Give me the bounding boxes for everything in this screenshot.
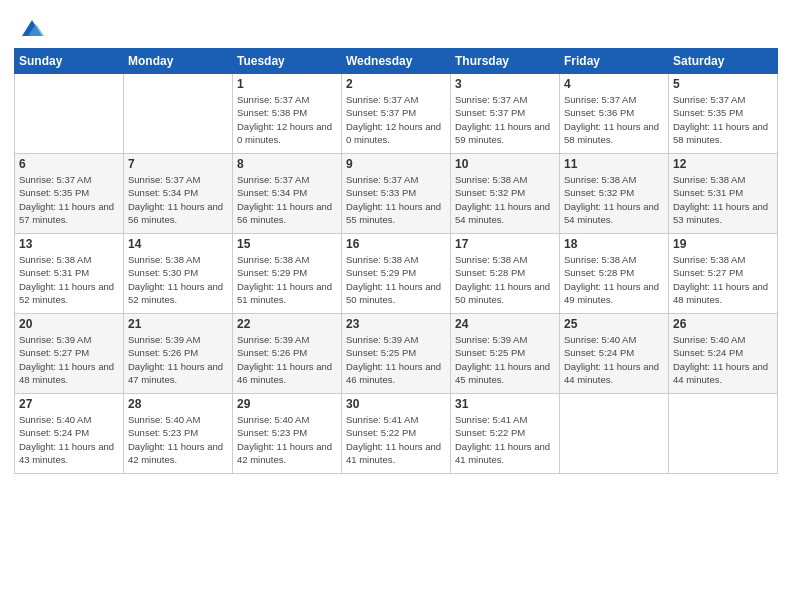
day-number: 7 [128,157,228,171]
day-detail: Sunrise: 5:41 AMSunset: 5:22 PMDaylight:… [346,413,446,466]
calendar-cell: 29Sunrise: 5:40 AMSunset: 5:23 PMDayligh… [233,394,342,474]
day-number: 3 [455,77,555,91]
day-header-tuesday: Tuesday [233,49,342,74]
day-number: 10 [455,157,555,171]
calendar-cell: 6Sunrise: 5:37 AMSunset: 5:35 PMDaylight… [15,154,124,234]
day-detail: Sunrise: 5:37 AMSunset: 5:33 PMDaylight:… [346,173,446,226]
calendar-cell: 28Sunrise: 5:40 AMSunset: 5:23 PMDayligh… [124,394,233,474]
calendar-cell: 4Sunrise: 5:37 AMSunset: 5:36 PMDaylight… [560,74,669,154]
day-number: 18 [564,237,664,251]
day-detail: Sunrise: 5:40 AMSunset: 5:24 PMDaylight:… [564,333,664,386]
day-detail: Sunrise: 5:39 AMSunset: 5:25 PMDaylight:… [346,333,446,386]
day-detail: Sunrise: 5:37 AMSunset: 5:35 PMDaylight:… [673,93,773,146]
day-number: 31 [455,397,555,411]
day-number: 6 [19,157,119,171]
calendar-header-row: SundayMondayTuesdayWednesdayThursdayFrid… [15,49,778,74]
day-number: 16 [346,237,446,251]
day-number: 27 [19,397,119,411]
day-detail: Sunrise: 5:37 AMSunset: 5:36 PMDaylight:… [564,93,664,146]
day-number: 17 [455,237,555,251]
day-header-monday: Monday [124,49,233,74]
day-detail: Sunrise: 5:40 AMSunset: 5:23 PMDaylight:… [237,413,337,466]
day-detail: Sunrise: 5:38 AMSunset: 5:31 PMDaylight:… [19,253,119,306]
calendar-cell: 7Sunrise: 5:37 AMSunset: 5:34 PMDaylight… [124,154,233,234]
calendar-cell [124,74,233,154]
calendar-cell: 3Sunrise: 5:37 AMSunset: 5:37 PMDaylight… [451,74,560,154]
day-detail: Sunrise: 5:40 AMSunset: 5:23 PMDaylight:… [128,413,228,466]
calendar-cell: 12Sunrise: 5:38 AMSunset: 5:31 PMDayligh… [669,154,778,234]
calendar-cell: 25Sunrise: 5:40 AMSunset: 5:24 PMDayligh… [560,314,669,394]
day-detail: Sunrise: 5:37 AMSunset: 5:37 PMDaylight:… [346,93,446,146]
day-header-friday: Friday [560,49,669,74]
calendar-cell: 30Sunrise: 5:41 AMSunset: 5:22 PMDayligh… [342,394,451,474]
calendar-cell: 15Sunrise: 5:38 AMSunset: 5:29 PMDayligh… [233,234,342,314]
calendar-cell: 16Sunrise: 5:38 AMSunset: 5:29 PMDayligh… [342,234,451,314]
day-header-wednesday: Wednesday [342,49,451,74]
calendar-cell: 9Sunrise: 5:37 AMSunset: 5:33 PMDaylight… [342,154,451,234]
day-detail: Sunrise: 5:39 AMSunset: 5:26 PMDaylight:… [128,333,228,386]
day-detail: Sunrise: 5:37 AMSunset: 5:38 PMDaylight:… [237,93,337,146]
day-detail: Sunrise: 5:38 AMSunset: 5:31 PMDaylight:… [673,173,773,226]
logo-icon [18,14,46,42]
calendar-cell: 2Sunrise: 5:37 AMSunset: 5:37 PMDaylight… [342,74,451,154]
calendar-cell: 17Sunrise: 5:38 AMSunset: 5:28 PMDayligh… [451,234,560,314]
page: SundayMondayTuesdayWednesdayThursdayFrid… [0,0,792,612]
calendar-cell: 11Sunrise: 5:38 AMSunset: 5:32 PMDayligh… [560,154,669,234]
day-detail: Sunrise: 5:39 AMSunset: 5:26 PMDaylight:… [237,333,337,386]
calendar-cell: 18Sunrise: 5:38 AMSunset: 5:28 PMDayligh… [560,234,669,314]
day-detail: Sunrise: 5:38 AMSunset: 5:29 PMDaylight:… [237,253,337,306]
calendar-cell [15,74,124,154]
day-header-saturday: Saturday [669,49,778,74]
day-number: 9 [346,157,446,171]
day-number: 30 [346,397,446,411]
day-number: 28 [128,397,228,411]
day-number: 15 [237,237,337,251]
calendar-cell: 26Sunrise: 5:40 AMSunset: 5:24 PMDayligh… [669,314,778,394]
calendar-week-row: 6Sunrise: 5:37 AMSunset: 5:35 PMDaylight… [15,154,778,234]
day-number: 14 [128,237,228,251]
day-detail: Sunrise: 5:40 AMSunset: 5:24 PMDaylight:… [673,333,773,386]
day-detail: Sunrise: 5:38 AMSunset: 5:28 PMDaylight:… [455,253,555,306]
day-detail: Sunrise: 5:38 AMSunset: 5:32 PMDaylight:… [455,173,555,226]
day-header-sunday: Sunday [15,49,124,74]
calendar-cell: 31Sunrise: 5:41 AMSunset: 5:22 PMDayligh… [451,394,560,474]
calendar-cell: 5Sunrise: 5:37 AMSunset: 5:35 PMDaylight… [669,74,778,154]
calendar-cell [669,394,778,474]
calendar-week-row: 1Sunrise: 5:37 AMSunset: 5:38 PMDaylight… [15,74,778,154]
logo-area [14,14,46,42]
day-number: 19 [673,237,773,251]
day-number: 25 [564,317,664,331]
calendar-cell: 20Sunrise: 5:39 AMSunset: 5:27 PMDayligh… [15,314,124,394]
day-detail: Sunrise: 5:38 AMSunset: 5:30 PMDaylight:… [128,253,228,306]
calendar-cell: 21Sunrise: 5:39 AMSunset: 5:26 PMDayligh… [124,314,233,394]
day-number: 1 [237,77,337,91]
day-number: 26 [673,317,773,331]
day-number: 13 [19,237,119,251]
calendar-cell: 24Sunrise: 5:39 AMSunset: 5:25 PMDayligh… [451,314,560,394]
calendar-cell: 13Sunrise: 5:38 AMSunset: 5:31 PMDayligh… [15,234,124,314]
day-detail: Sunrise: 5:40 AMSunset: 5:24 PMDaylight:… [19,413,119,466]
day-number: 4 [564,77,664,91]
calendar-cell: 14Sunrise: 5:38 AMSunset: 5:30 PMDayligh… [124,234,233,314]
day-number: 24 [455,317,555,331]
day-detail: Sunrise: 5:37 AMSunset: 5:35 PMDaylight:… [19,173,119,226]
day-number: 20 [19,317,119,331]
day-number: 12 [673,157,773,171]
day-header-thursday: Thursday [451,49,560,74]
day-number: 5 [673,77,773,91]
calendar-week-row: 20Sunrise: 5:39 AMSunset: 5:27 PMDayligh… [15,314,778,394]
day-number: 8 [237,157,337,171]
calendar-cell: 23Sunrise: 5:39 AMSunset: 5:25 PMDayligh… [342,314,451,394]
calendar-cell [560,394,669,474]
day-detail: Sunrise: 5:37 AMSunset: 5:37 PMDaylight:… [455,93,555,146]
calendar-week-row: 13Sunrise: 5:38 AMSunset: 5:31 PMDayligh… [15,234,778,314]
day-number: 2 [346,77,446,91]
calendar-cell: 27Sunrise: 5:40 AMSunset: 5:24 PMDayligh… [15,394,124,474]
day-detail: Sunrise: 5:38 AMSunset: 5:27 PMDaylight:… [673,253,773,306]
calendar-cell: 8Sunrise: 5:37 AMSunset: 5:34 PMDaylight… [233,154,342,234]
day-detail: Sunrise: 5:41 AMSunset: 5:22 PMDaylight:… [455,413,555,466]
calendar-week-row: 27Sunrise: 5:40 AMSunset: 5:24 PMDayligh… [15,394,778,474]
day-number: 21 [128,317,228,331]
day-detail: Sunrise: 5:37 AMSunset: 5:34 PMDaylight:… [128,173,228,226]
day-detail: Sunrise: 5:38 AMSunset: 5:28 PMDaylight:… [564,253,664,306]
